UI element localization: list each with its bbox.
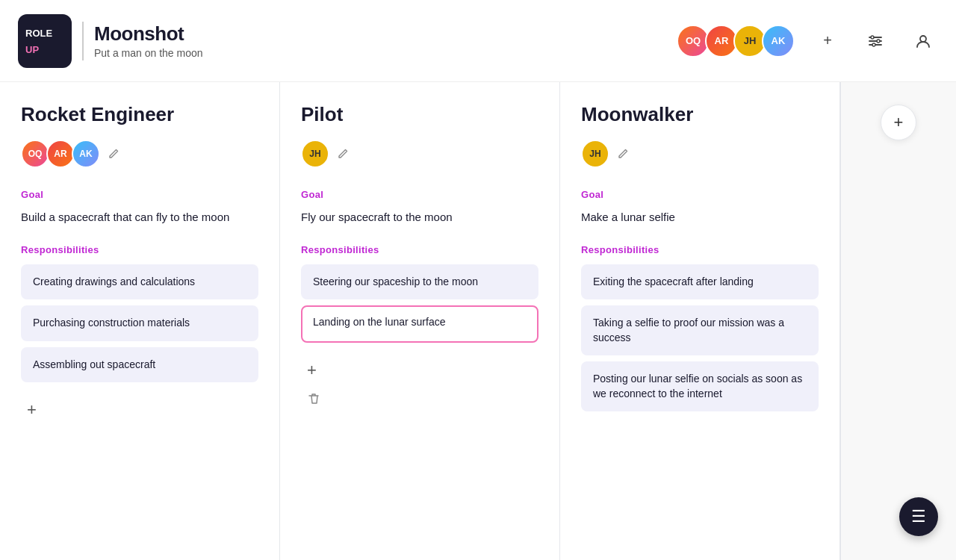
edit-icon [617, 148, 629, 160]
list-item[interactable]: Exiting the spacecraft after landing [581, 264, 819, 300]
svg-rect-0 [18, 14, 72, 68]
col-avatar-oq[interactable]: OQ [21, 140, 49, 168]
header: ROLE UP Moonshot Put a man on the moon O… [0, 0, 956, 82]
list-item[interactable]: Assembling out spacecraft [21, 347, 258, 383]
col-avatar-ar[interactable]: AR [46, 140, 75, 168]
column-pilot: Pilot JH Goal Fly our spacecraft to the … [280, 82, 560, 560]
col-avatar-jh-pilot[interactable]: JH [301, 140, 329, 168]
list-item[interactable]: Taking a selfie to proof our mission was… [581, 305, 819, 355]
svg-point-7 [877, 40, 880, 43]
pilot-delete-button[interactable] [301, 389, 326, 408]
responsibility-input[interactable]: Landing on the lunar surface [313, 316, 527, 328]
rocket-engineer-add-button[interactable]: + [21, 397, 43, 423]
rocket-engineer-goal: Build a spacecraft that can fly to the m… [21, 209, 258, 226]
roleup-logo: ROLE UP [18, 14, 72, 68]
svg-point-6 [871, 36, 874, 39]
svg-text:ROLE: ROLE [25, 28, 52, 39]
col-avatar-jh-moonwalker[interactable]: JH [581, 140, 609, 168]
pilot-responsibilities: Steering our spaceship to the moon Landi… [301, 264, 538, 343]
project-title: Moonshot [94, 22, 203, 46]
add-button[interactable]: + [813, 26, 842, 56]
col-avatar-ak[interactable]: AK [72, 140, 100, 168]
moonwalker-title: Moonwalker [581, 103, 819, 126]
filter-icon [867, 33, 884, 49]
pilot-avatars: JH [301, 140, 538, 168]
moonwalker-goal-label: Goal [581, 189, 819, 200]
pilot-title: Pilot [301, 103, 538, 126]
add-column-button[interactable]: + [881, 105, 916, 140]
logo-divider [82, 22, 84, 60]
column-rocket-engineer: Rocket Engineer OQ AR AK Goal Build a sp… [0, 82, 280, 560]
fab-icon: ☰ [911, 507, 926, 526]
list-item[interactable]: Creating drawings and calculations [21, 264, 258, 300]
moonwalker-responsibilities: Exiting the spacecraft after landing Tak… [581, 264, 819, 412]
rocket-engineer-title: Rocket Engineer [21, 103, 258, 126]
pilot-edit-button[interactable] [337, 148, 349, 160]
edit-icon [337, 148, 349, 160]
project-tagline: Put a man on the moon [94, 47, 203, 59]
rocket-engineer-edit-button[interactable] [108, 148, 120, 160]
user-button[interactable] [908, 26, 938, 56]
pilot-goal-label: Goal [301, 189, 538, 200]
logo-block: ROLE UP Moonshot Put a man on the moon [18, 14, 203, 68]
svg-point-8 [872, 43, 875, 46]
moonwalker-edit-button[interactable] [617, 148, 629, 160]
pilot-goal: Fly our spacecraft to the moon [301, 209, 538, 226]
rocket-engineer-goal-label: Goal [21, 189, 258, 200]
rocket-engineer-avatars: OQ AR AK [21, 140, 258, 168]
pilot-add-button[interactable]: + [301, 358, 323, 383]
trash-icon [307, 392, 320, 405]
list-item[interactable]: Steering our spaceship to the moon [301, 264, 538, 300]
filter-button[interactable] [860, 26, 890, 56]
logo-text: Moonshot Put a man on the moon [94, 22, 203, 59]
pilot-responsibilities-label: Responsibilities [301, 244, 538, 255]
column-moonwalker: Moonwalker JH Goal Make a lunar selfie R… [560, 82, 840, 560]
list-item[interactable]: Posting our lunar selfie on socials as s… [581, 361, 819, 411]
fab-menu-button[interactable]: ☰ [899, 497, 938, 536]
main-content: Rocket Engineer OQ AR AK Goal Build a sp… [0, 82, 956, 560]
moonwalker-goal: Make a lunar selfie [581, 209, 819, 226]
svg-point-9 [920, 36, 926, 42]
right-panel: + [840, 82, 956, 560]
header-avatars: OQ AR JH AK [677, 25, 795, 57]
svg-text:UP: UP [25, 44, 39, 55]
rocket-engineer-responsibilities-label: Responsibilities [21, 244, 258, 255]
list-item-editing[interactable]: Landing on the lunar surface [301, 305, 538, 343]
moonwalker-responsibilities-label: Responsibilities [581, 244, 819, 255]
edit-icon [108, 148, 120, 160]
moonwalker-avatars: JH [581, 140, 819, 168]
list-item[interactable]: Purchasing construction materials [21, 305, 258, 341]
user-icon [915, 33, 931, 49]
avatar-ak[interactable]: AK [762, 25, 795, 57]
rocket-engineer-responsibilities: Creating drawings and calculations Purch… [21, 264, 258, 383]
